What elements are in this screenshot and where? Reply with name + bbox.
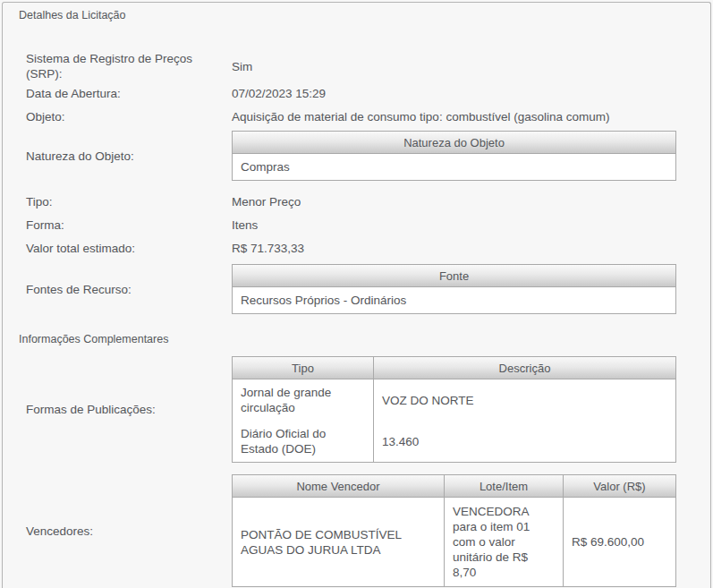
field-label-srp: Sistema de Registro de Preços (SRP): <box>26 51 232 81</box>
vencedores-table-header-row: Nome Vencedor Lote/Item Valor (R$) <box>233 475 675 498</box>
field-label-valor-total: Valor total estimado: <box>26 241 232 256</box>
section-title-detalhes: Detalhes da Licitação <box>19 9 710 21</box>
table-row: Recursos Próprios - Ordinários <box>233 287 675 313</box>
publicacoes-cell-descricao: VOZ DO NORTE <box>373 379 675 421</box>
field-value-valor-total: R$ 71.733,33 <box>232 241 304 256</box>
vencedores-table: Nome Vencedor Lote/Item Valor (R$) PONTÃ… <box>232 474 676 587</box>
field-row-tipo: Tipo: Menor Preço <box>26 190 710 213</box>
field-value-forma: Itens <box>232 217 258 233</box>
natureza-table-header-row: Natureza do Objeto <box>233 132 675 154</box>
field-label-forma: Forma: <box>26 217 232 233</box>
details-fields: Sistema de Registro de Preços (SRP): Sim… <box>3 51 710 314</box>
field-row-natureza: Natureza do Objeto: Natureza do Objeto C… <box>26 131 710 181</box>
section-title-informacoes-complementares: Informações Complementares <box>19 333 710 345</box>
vencedores-cell-nome: PONTÃO DE COMBUSTÍVEL AGUAS DO JURUA LTD… <box>233 498 444 586</box>
natureza-table: Natureza do Objeto Compras <box>232 131 676 181</box>
publicacoes-cell-descricao: 13.460 <box>373 421 675 462</box>
field-label-data-abertura: Data de Abertura: <box>26 86 232 101</box>
natureza-table-body: Compras <box>233 154 675 180</box>
field-label-formas-publicacoes: Formas de Publicações: <box>26 402 232 417</box>
field-row-fontes-recurso: Fontes de Recurso: Fonte Recursos Própri… <box>26 264 710 314</box>
vencedores-cell-lote: VENCEDORA para o item 01 com o valor uni… <box>444 498 563 586</box>
field-row-forma: Forma: Itens <box>26 213 710 236</box>
natureza-table-header: Natureza do Objeto <box>233 132 675 153</box>
field-row-vencedores: Vencedores: Nome Vencedor Lote/Item Valo… <box>26 474 710 587</box>
complementares-fields: Formas de Publicações: Tipo Descrição Jo… <box>3 356 710 587</box>
field-row-formas-publicacoes: Formas de Publicações: Tipo Descrição Jo… <box>26 356 710 463</box>
field-value-data-abertura: 07/02/2023 15:29 <box>232 86 326 101</box>
publicacoes-table: Tipo Descrição Jornal de grande circulaç… <box>232 356 676 463</box>
publicacoes-cell-tipo: Jornal de grande circulação <box>233 379 373 421</box>
field-value-objeto: Aquisição de material de consumo tipo: c… <box>232 109 609 124</box>
vencedores-header-valor: Valor (R$) <box>563 475 675 497</box>
vencedores-header-lote: Lote/Item <box>444 475 563 497</box>
natureza-table-value: Compras <box>233 154 675 180</box>
field-row-srp: Sistema de Registro de Preços (SRP): Sim <box>26 51 710 81</box>
licitacao-details-panel: Detalhes da Licitação Sistema de Registr… <box>2 2 711 588</box>
table-row: Diário Oficial do Estado (DOE) 13.460 <box>233 421 675 462</box>
fontes-table-header-row: Fonte <box>233 265 675 287</box>
field-label-objeto: Objeto: <box>26 109 232 124</box>
field-value-srp: Sim <box>232 59 252 74</box>
vencedores-table-body: PONTÃO DE COMBUSTÍVEL AGUAS DO JURUA LTD… <box>233 498 675 586</box>
field-label-fontes-recurso: Fontes de Recurso: <box>26 282 232 297</box>
table-row: Compras <box>233 154 675 180</box>
vencedores-header-nome: Nome Vencedor <box>233 475 444 497</box>
field-label-tipo: Tipo: <box>26 194 232 209</box>
fontes-table-header: Fonte <box>233 265 675 286</box>
field-row-data-abertura: Data de Abertura: 07/02/2023 15:29 <box>26 81 710 105</box>
publicacoes-table-body: Jornal de grande circulação VOZ DO NORTE… <box>233 379 675 462</box>
vencedores-cell-valor: R$ 69.600,00 <box>563 498 675 586</box>
field-value-tipo: Menor Preço <box>232 194 301 209</box>
field-label-natureza: Natureza do Objeto: <box>26 149 232 164</box>
field-row-valor-total: Valor total estimado: R$ 71.733,33 <box>26 236 710 260</box>
fontes-table-value: Recursos Próprios - Ordinários <box>233 287 675 313</box>
publicacoes-cell-tipo: Diário Oficial do Estado (DOE) <box>233 421 373 462</box>
publicacoes-header-tipo: Tipo <box>233 357 373 379</box>
table-row: PONTÃO DE COMBUSTÍVEL AGUAS DO JURUA LTD… <box>233 498 675 586</box>
field-row-objeto: Objeto: Aquisição de material de consumo… <box>26 105 710 128</box>
table-row: Jornal de grande circulação VOZ DO NORTE <box>233 379 675 421</box>
publicacoes-header-descricao: Descrição <box>373 357 675 379</box>
publicacoes-table-header-row: Tipo Descrição <box>233 357 675 379</box>
field-label-vencedores: Vencedores: <box>26 524 232 539</box>
fontes-table-body: Recursos Próprios - Ordinários <box>233 287 675 313</box>
fontes-table: Fonte Recursos Próprios - Ordinários <box>232 264 676 314</box>
